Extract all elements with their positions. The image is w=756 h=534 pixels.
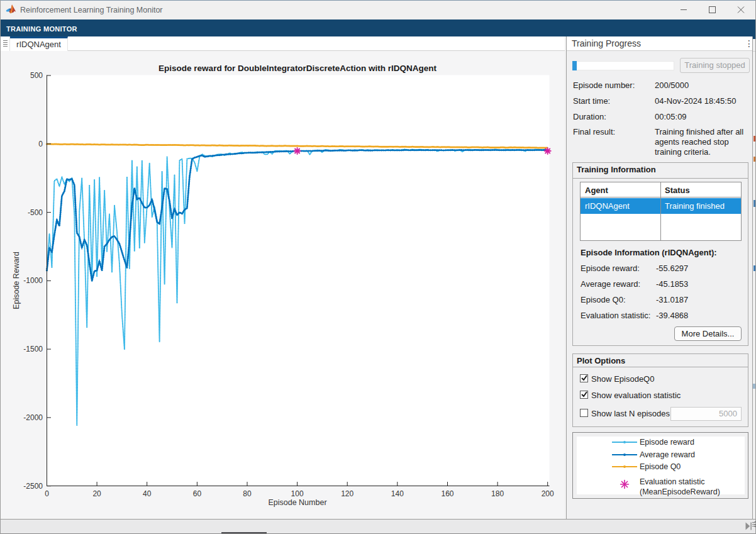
svg-text:-2500: -2500 [23, 482, 43, 491]
svg-text:20: 20 [92, 489, 101, 498]
svg-text:40: 40 [143, 489, 152, 498]
svg-text:Episode Number: Episode Number [268, 498, 326, 507]
svg-text:-1500: -1500 [23, 345, 43, 353]
svg-text:0: 0 [38, 140, 43, 148]
svg-text:0: 0 [45, 489, 49, 498]
svg-text:200: 200 [542, 489, 554, 498]
svg-text:180: 180 [491, 489, 504, 498]
svg-text:160: 160 [441, 489, 453, 498]
svg-text:-1000: -1000 [23, 276, 43, 285]
svg-text:140: 140 [391, 489, 404, 498]
svg-text:60: 60 [193, 489, 202, 498]
svg-text:500: 500 [30, 71, 43, 80]
svg-text:80: 80 [243, 489, 252, 498]
svg-text:100: 100 [291, 489, 304, 498]
svg-text:120: 120 [341, 489, 353, 498]
svg-text:Episode reward for DoubleInteg: Episode reward for DoubleIntegratorDiscr… [158, 64, 436, 73]
svg-text:-500: -500 [28, 208, 43, 217]
svg-text:-2000: -2000 [23, 413, 43, 422]
svg-text:Episode Reward: Episode Reward [12, 252, 21, 309]
